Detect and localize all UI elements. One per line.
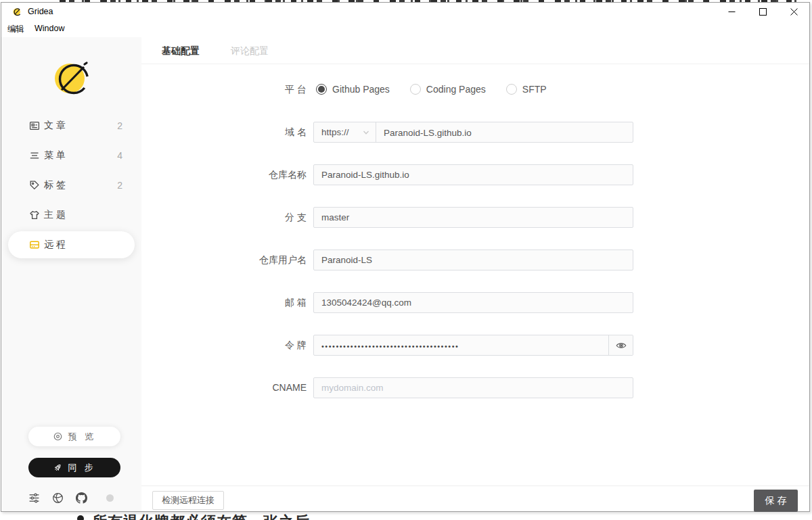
window-controls <box>716 3 809 21</box>
email-input[interactable] <box>313 292 633 313</box>
background-overflow-text: 所有退化牌都必须在第一张之后 <box>92 512 310 520</box>
platform-row: 平 台 Github Pages Coding Pages SFTP <box>141 78 656 100</box>
domain-input[interactable] <box>376 122 633 143</box>
eye-icon <box>616 340 627 351</box>
article-icon <box>29 120 40 131</box>
radio-unselected-icon[interactable] <box>410 84 421 95</box>
cname-input[interactable] <box>313 377 633 398</box>
domain-group: https:// <box>313 122 633 143</box>
settings-sliders-icon[interactable] <box>28 492 40 504</box>
gridea-logo <box>1 59 141 97</box>
sidebar-item-label: 文章 <box>44 120 68 132</box>
radio-coding-pages[interactable]: Coding Pages <box>410 84 486 95</box>
radio-github-pages[interactable]: Github Pages <box>316 84 390 95</box>
sidebar-item-label: 主题 <box>44 209 68 221</box>
tab-basic-config[interactable]: 基础配置 <box>162 37 200 64</box>
branch-label: 分 支 <box>141 207 307 228</box>
gridea-app-icon <box>13 7 22 16</box>
rocket-icon <box>53 463 62 473</box>
sidebar-item-count: 2 <box>117 180 122 191</box>
globe-icon[interactable] <box>52 492 64 504</box>
bullet-point <box>77 515 84 520</box>
window-title: Gridea <box>28 7 53 16</box>
tabbar: 基础配置 评论配置 <box>141 37 809 64</box>
github-icon[interactable] <box>76 492 87 504</box>
test-remote-connection-button[interactable]: 检测远程连接 <box>152 491 224 510</box>
menu-icon <box>29 150 40 161</box>
eye-icon <box>53 431 63 442</box>
tag-icon <box>29 180 40 191</box>
radio-sftp[interactable]: SFTP <box>506 84 547 95</box>
titlebar: Gridea <box>1 3 809 21</box>
sync-label: 同 步 <box>68 462 96 474</box>
domain-label: 域 名 <box>141 122 307 143</box>
remote-icon <box>29 239 40 250</box>
preview-label: 预 览 <box>68 431 97 443</box>
sidebar: 文章 2 菜单 4 <box>1 37 141 511</box>
cname-label: CNAME <box>141 377 307 398</box>
sidebar-item-menu[interactable]: 菜单 4 <box>8 142 135 169</box>
background-page-strip: 所有退化牌都必须在第一张之后 <box>0 512 812 520</box>
email-label: 邮 箱 <box>141 292 307 313</box>
username-input[interactable] <box>313 250 633 270</box>
radio-selected-icon[interactable] <box>316 84 327 95</box>
sync-button[interactable]: 同 步 <box>28 458 120 477</box>
radio-sftp-label: SFTP <box>522 84 547 95</box>
platform-label: 平 台 <box>141 78 307 100</box>
gridea-window: Gridea 编辑 Window <box>1 2 810 512</box>
token-group <box>313 335 633 356</box>
username-label: 仓库用户名 <box>141 250 307 270</box>
toggle-token-visibility[interactable] <box>608 335 633 355</box>
token-input[interactable] <box>314 335 608 356</box>
tab-comment-config[interactable]: 评论配置 <box>231 37 269 64</box>
sidebar-footer <box>1 484 141 511</box>
protocol-select[interactable]: https:// <box>314 122 376 142</box>
sidebar-item-theme[interactable]: 主题 <box>8 202 135 229</box>
sidebar-item-tags[interactable]: 标签 2 <box>8 172 135 199</box>
status-dot <box>106 494 114 502</box>
sidebar-item-count: 4 <box>117 150 122 161</box>
sidebar-item-articles[interactable]: 文章 2 <box>8 112 135 139</box>
sidebar-item-remote[interactable]: 远程 <box>8 231 135 258</box>
radio-coding-label: Coding Pages <box>426 84 486 95</box>
menubar: 编辑 Window <box>1 21 809 37</box>
sidebar-item-label: 菜单 <box>44 149 68 162</box>
branch-input[interactable] <box>313 207 633 228</box>
repository-input[interactable] <box>313 164 633 185</box>
theme-icon <box>29 210 40 220</box>
radio-unselected-icon[interactable] <box>506 84 517 95</box>
sidebar-item-label: 远程 <box>44 239 68 251</box>
token-label: 令 牌 <box>141 335 307 356</box>
preview-button[interactable]: 预 览 <box>28 427 120 446</box>
repository-label: 仓库名称 <box>141 164 307 185</box>
platform-radio-group: Github Pages Coding Pages SFTP <box>316 78 636 100</box>
sidebar-item-count: 2 <box>117 120 122 131</box>
window-body: 文章 2 菜单 4 <box>1 37 809 511</box>
sidebar-item-label: 标签 <box>44 179 68 191</box>
radio-github-label: Github Pages <box>332 84 390 95</box>
maximize-button[interactable] <box>747 3 778 21</box>
save-button[interactable]: 保 存 <box>754 490 798 512</box>
protocol-value: https:// <box>321 127 349 137</box>
close-button[interactable] <box>778 3 809 21</box>
minimize-button[interactable] <box>716 3 747 21</box>
footer-bar: 检测远程连接 保 存 <box>141 486 809 511</box>
main-content: 基础配置 评论配置 平 台 Github Pages Coding Pages <box>141 37 809 511</box>
menu-edit[interactable]: 编辑 <box>7 24 24 35</box>
chevron-down-icon <box>363 129 369 136</box>
menu-window[interactable]: Window <box>35 24 64 33</box>
